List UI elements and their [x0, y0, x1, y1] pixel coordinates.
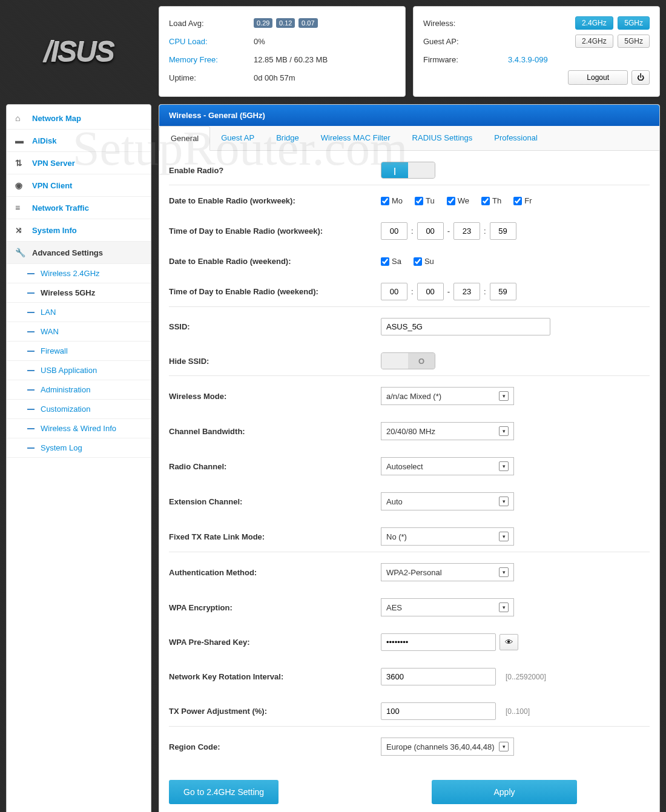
apply-button[interactable]: Apply [432, 780, 577, 804]
wireless-24ghz-button[interactable]: 2.4GHz [575, 16, 613, 30]
region-code-select[interactable]: Europe (channels 36,40,44,48)▾ [381, 738, 514, 756]
tab-general[interactable]: General [159, 126, 210, 151]
sub-label: Wireless 5GHz [41, 288, 95, 297]
date-weekend-label: Date to Enable Radio (weekend): [169, 257, 381, 266]
power-button[interactable]: ⏻ [631, 70, 650, 85]
checkbox-th[interactable]: Th [481, 196, 501, 205]
home-icon: ⌂ [15, 113, 26, 123]
radio-channel-select[interactable]: Autoselect▾ [381, 457, 514, 475]
tab-professional[interactable]: Professional [483, 126, 549, 150]
ww-min-end-input[interactable] [490, 222, 516, 240]
sidebar-sub-firewall[interactable]: Firewall [7, 342, 151, 361]
show-password-button[interactable]: 👁 [500, 634, 518, 650]
radio-channel-label: Radio Channel: [169, 462, 381, 471]
day-tu-text: Tu [426, 196, 435, 205]
sub-label: Wireless & Wired Info [41, 424, 116, 433]
wpa-encryption-label: WPA Encryption: [169, 603, 381, 612]
guest-5ghz-button[interactable]: 5GHz [618, 35, 650, 48]
memory-free-label[interactable]: Memory Free: [169, 55, 254, 64]
goto-24ghz-button[interactable]: Go to 2.4GHz Setting [169, 780, 279, 804]
sidebar-sub-wireless-5ghz[interactable]: Wireless 5GHz [7, 283, 151, 303]
enable-radio-label: Enable Radio? [169, 166, 381, 175]
sidebar-sub-lan[interactable]: LAN [7, 303, 151, 322]
wpa-encryption-select[interactable]: AES▾ [381, 598, 514, 616]
chevron-down-icon: ▾ [499, 567, 509, 577]
we-min-end-input[interactable] [490, 283, 516, 300]
tx-power-input[interactable] [381, 702, 496, 720]
cpu-load-label[interactable]: CPU Load: [169, 37, 254, 46]
nav-label: System Info [32, 226, 77, 235]
checkbox-tu[interactable]: Tu [415, 196, 435, 205]
sidebar-sub-wan[interactable]: WAN [7, 322, 151, 342]
load-badge-3: 0.07 [298, 18, 317, 28]
sidebar-sub-customization[interactable]: Customization [7, 400, 151, 419]
ww-hour-end-input[interactable] [453, 222, 480, 240]
checkbox-mo[interactable]: Mo [381, 196, 403, 205]
hide-ssid-toggle[interactable] [381, 352, 435, 369]
select-value: Europe (channels 36,40,44,48) [386, 742, 495, 751]
tab-guest-ap[interactable]: Guest AP [210, 126, 265, 150]
guest-ap-label: Guest AP: [423, 37, 508, 46]
tab-wireless-mac-filter[interactable]: Wireless MAC Filter [310, 126, 401, 150]
ssid-input[interactable] [381, 318, 550, 335]
auth-method-label: Authentication Method: [169, 568, 381, 577]
checkbox-we[interactable]: We [447, 196, 469, 205]
extension-channel-select[interactable]: Auto▾ [381, 492, 514, 510]
guest-24ghz-button[interactable]: 2.4GHz [575, 35, 613, 48]
wireless-mode-select[interactable]: a/n/ac Mixed (*)▾ [381, 387, 514, 405]
sub-label: System Log [41, 443, 82, 452]
auth-method-select[interactable]: WPA2-Personal▾ [381, 563, 514, 581]
select-value: AES [386, 603, 402, 612]
sidebar-sub-system-log[interactable]: System Log [7, 438, 151, 458]
uptime-label: Uptime: [169, 73, 254, 82]
we-hour-start-input[interactable] [381, 283, 407, 300]
checkbox-fr[interactable]: Fr [513, 196, 532, 205]
tx-power-hint: [0..100] [506, 707, 530, 716]
logout-button[interactable]: Logout [568, 70, 628, 85]
load-avg-values: 0.29 0.12 0.07 [254, 18, 395, 28]
checkbox-sa[interactable]: Sa [381, 257, 401, 266]
we-min-start-input[interactable] [417, 283, 444, 300]
sidebar-item-aidisk[interactable]: ▬AiDisk [7, 130, 151, 152]
sidebar-item-vpn-client[interactable]: ◉VPN Client [7, 174, 151, 197]
shuffle-icon: ⤨ [15, 225, 26, 235]
key-rotation-input[interactable] [381, 668, 496, 685]
traffic-icon: ≡ [15, 203, 26, 213]
tab-bridge[interactable]: Bridge [265, 126, 310, 150]
day-su-text: Su [424, 257, 434, 266]
sidebar-sub-wireless-24ghz[interactable]: Wireless 2.4GHz [7, 264, 151, 283]
sidebar-sub-administration[interactable]: Administration [7, 380, 151, 400]
load-avg-label: Load Avg: [169, 19, 254, 28]
ww-min-start-input[interactable] [417, 222, 444, 240]
tab-radius-settings[interactable]: RADIUS Settings [401, 126, 484, 150]
chevron-down-icon: ▾ [499, 742, 509, 751]
nav-label: VPN Server [32, 159, 75, 168]
select-value: WPA2-Personal [386, 568, 442, 577]
sidebar-item-system-info[interactable]: ⤨System Info [7, 219, 151, 242]
firmware-version-link[interactable]: 3.4.3.9-099 [508, 55, 650, 64]
globe-icon: ◉ [15, 180, 26, 190]
sub-label: Firewall [41, 346, 68, 355]
content-panel: Wireless - General (5GHz) General Guest … [159, 104, 660, 812]
wpa-psk-label: WPA Pre-Shared Key: [169, 638, 381, 647]
sidebar-item-vpn-server[interactable]: ⇅VPN Server [7, 152, 151, 174]
sidebar-item-advanced-settings[interactable]: 🔧Advanced Settings [7, 242, 151, 264]
sidebar-item-network-map[interactable]: ⌂Network Map [7, 107, 151, 130]
sidebar-sub-wireless-wired-info[interactable]: Wireless & Wired Info [7, 419, 151, 438]
tab-bar: General Guest AP Bridge Wireless MAC Fil… [159, 126, 659, 151]
we-hour-end-input[interactable] [453, 283, 480, 300]
wireless-5ghz-button[interactable]: 5GHz [618, 16, 650, 30]
sidebar-nav: ⌂Network Map ▬AiDisk ⇅VPN Server ◉VPN Cl… [6, 104, 151, 812]
sidebar-item-network-traffic[interactable]: ≡Network Traffic [7, 197, 151, 219]
checkbox-su[interactable]: Su [414, 257, 434, 266]
dash-icon [27, 273, 35, 274]
hide-ssid-label: Hide SSID: [169, 357, 381, 366]
wpa-psk-input[interactable] [381, 633, 496, 651]
enable-radio-toggle[interactable] [381, 162, 435, 179]
channel-bandwidth-select[interactable]: 20/40/80 MHz▾ [381, 422, 514, 440]
sidebar-sub-usb-application[interactable]: USB Application [7, 361, 151, 380]
fixed-tx-rate-select[interactable]: No (*)▾ [381, 527, 514, 546]
ww-hour-start-input[interactable] [381, 222, 407, 240]
dash-icon [27, 447, 35, 449]
sub-label: USB Application [41, 366, 97, 375]
